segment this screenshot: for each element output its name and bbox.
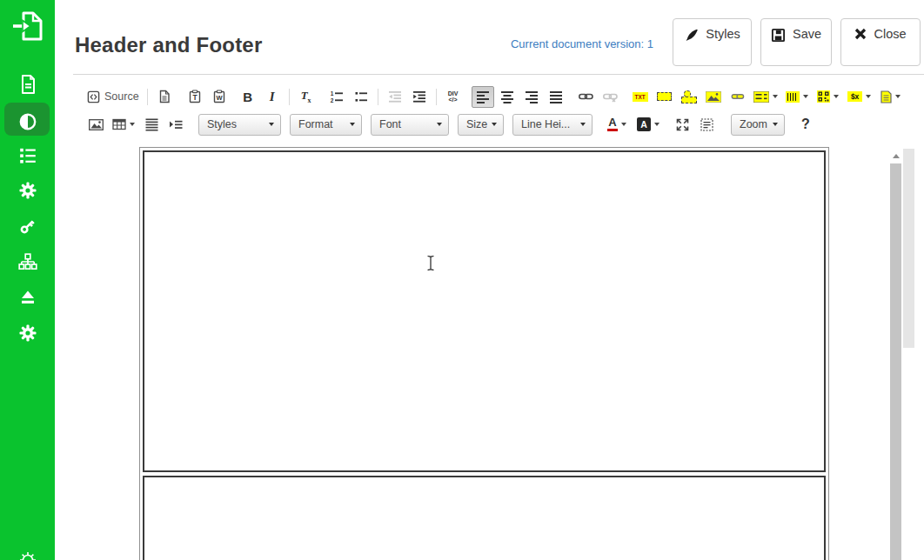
barcode-button[interactable]: [782, 86, 812, 108]
paste-word-button[interactable]: W: [208, 86, 231, 108]
editor-content-area[interactable]: [139, 147, 829, 560]
document-field-icon: [880, 90, 892, 103]
source-button[interactable]: Source: [84, 86, 143, 108]
sidebar-item-preferences[interactable]: [0, 321, 55, 345]
align-right-icon: [525, 90, 539, 103]
editor-scrollbar-thumb[interactable]: [890, 163, 901, 560]
dropdown-caret-icon: [350, 123, 355, 126]
zoom-combo[interactable]: Zoom: [731, 114, 785, 136]
increase-indent-button[interactable]: [408, 86, 431, 108]
dropdown-caret-icon: [654, 123, 660, 126]
bold-button[interactable]: B: [237, 86, 259, 108]
justify-button[interactable]: [545, 86, 567, 108]
styles-button[interactable]: Styles: [673, 18, 752, 66]
unlink-button[interactable]: [599, 86, 622, 108]
document-field-button[interactable]: [876, 86, 906, 108]
bulleted-list-icon: [354, 90, 368, 103]
decrease-indent-button[interactable]: [384, 86, 406, 108]
new-page-button[interactable]: [153, 86, 176, 108]
dropdown-caret-icon: [437, 123, 442, 126]
div-container-button[interactable]: DIV </>: [442, 86, 465, 108]
close-button[interactable]: Close: [840, 18, 921, 66]
close-x-icon: [854, 28, 867, 40]
bulleted-list-button[interactable]: [350, 86, 372, 108]
unlink-icon: [603, 90, 618, 103]
upload-icon: [18, 288, 37, 307]
sidebar-item-lists[interactable]: [0, 143, 55, 167]
header-edit-region[interactable]: [143, 150, 826, 472]
format-combo[interactable]: Format: [290, 114, 362, 136]
dashed-field-button[interactable]: [653, 86, 676, 108]
svg-text:T: T: [192, 93, 198, 102]
dropdown-caret-icon: [866, 95, 871, 98]
txt-field-button[interactable]: TXT: [629, 86, 652, 108]
sidebar-item-hierarchy[interactable]: [0, 250, 55, 274]
anchor-field-button[interactable]: [678, 86, 700, 108]
sidebar-item-bottom[interactable]: [0, 548, 55, 560]
page-scrollbar-thumb[interactable]: [903, 149, 914, 348]
table-icon: [112, 118, 126, 130]
barcode-icon: [786, 91, 800, 103]
toolbar-separator: [378, 89, 378, 105]
editor-scrollbar[interactable]: [890, 150, 901, 560]
show-blocks-icon: [700, 118, 713, 131]
align-center-button[interactable]: [496, 86, 519, 108]
footer-edit-region[interactable]: [143, 476, 826, 560]
dropdown-caret-icon: [773, 95, 778, 98]
sidebar-item-publish[interactable]: [0, 285, 55, 310]
gear-icon: [18, 181, 37, 200]
image-field-button[interactable]: [702, 86, 725, 108]
italic-button[interactable]: I: [261, 86, 284, 108]
indent-paragraph-button[interactable]: [164, 114, 187, 136]
toolbar-separator: [289, 89, 290, 105]
page-title: Header and Footer: [75, 33, 262, 57]
document-arrow-logo-icon: [11, 10, 44, 43]
qrcode-icon: [817, 90, 830, 103]
maximize-button[interactable]: [671, 114, 693, 136]
image-button[interactable]: [84, 114, 107, 136]
styles-button-label: Styles: [706, 27, 740, 41]
price-field-button[interactable]: $x: [845, 86, 874, 108]
svg-text:1: 1: [330, 90, 333, 97]
styles-combo[interactable]: Styles: [198, 114, 281, 136]
about-button[interactable]: ?: [794, 114, 817, 136]
help-icon: ?: [801, 117, 810, 132]
background-color-icon: A: [637, 117, 651, 131]
document-icon: [18, 74, 37, 95]
align-left-button[interactable]: [472, 86, 494, 108]
dropdown-caret-icon: [834, 95, 839, 98]
form-fields-button[interactable]: [751, 86, 780, 108]
dropdown-caret-icon: [130, 123, 135, 126]
anchor-field-icon: [681, 90, 697, 103]
paste-text-icon: T: [188, 90, 202, 103]
paste-text-button[interactable]: T: [184, 86, 206, 108]
dashed-field-icon: [657, 92, 672, 101]
sidebar-item-settings[interactable]: [0, 178, 55, 203]
increase-indent-icon: [412, 90, 426, 103]
align-right-button[interactable]: [520, 86, 543, 108]
line-height-button[interactable]: [140, 114, 163, 136]
dropdown-caret-icon: [895, 95, 901, 98]
sidebar-item-keys[interactable]: [0, 214, 55, 238]
show-blocks-button[interactable]: [695, 114, 718, 136]
gear-icon: [18, 323, 37, 343]
save-button[interactable]: Save: [760, 18, 832, 66]
app-logo[interactable]: [11, 10, 44, 43]
font-combo[interactable]: Font: [371, 114, 449, 136]
link-button[interactable]: [575, 86, 598, 108]
size-combo[interactable]: Size: [458, 114, 504, 136]
sidebar-item-documents[interactable]: [0, 72, 55, 97]
scrollbar-up-button[interactable]: [890, 150, 901, 163]
link-field-button[interactable]: [726, 86, 749, 108]
line-height-combo[interactable]: Line Hei...: [512, 114, 593, 136]
text-color-button[interactable]: A: [602, 114, 632, 136]
sidebar-item-header-footer[interactable]: [0, 110, 55, 134]
italic-icon: I: [270, 90, 275, 104]
qrcode-button[interactable]: [814, 86, 843, 108]
remove-format-button[interactable]: Tx: [295, 86, 318, 108]
background-color-button[interactable]: A: [633, 114, 663, 136]
paste-word-icon: W: [212, 90, 226, 103]
table-button[interactable]: [109, 114, 138, 136]
dropdown-caret-icon: [492, 123, 497, 126]
numbered-list-button[interactable]: 1 2: [325, 86, 348, 108]
